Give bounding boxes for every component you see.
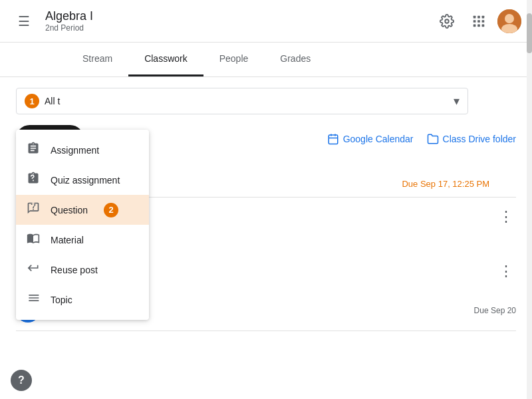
menu-item-assignment[interactable]: Assignment (16, 135, 149, 165)
svg-rect-7 (473, 24, 476, 27)
help-icon: ? (18, 374, 25, 386)
svg-rect-4 (473, 20, 476, 23)
reuse-menu-icon (27, 261, 40, 278)
avatar[interactable] (497, 9, 521, 33)
svg-point-11 (505, 14, 514, 23)
create-dropdown-menu: Assignment Quiz assignment Question 2 Ma… (16, 130, 149, 320)
menu-item-assignment-label: Assignment (51, 145, 99, 156)
google-calendar-link[interactable]: Google Calendar (327, 133, 414, 145)
menu-item-reuse-label: Reuse post (51, 265, 98, 275)
menu-item-question[interactable]: Question 2 (16, 195, 149, 225)
tabs-bar: Stream Classwork People Grades (0, 43, 532, 77)
tab-classwork[interactable]: Classwork (128, 43, 203, 76)
tab-stream[interactable]: Stream (66, 43, 128, 76)
svg-rect-13 (329, 135, 338, 144)
scrollbar-thumb[interactable] (527, 13, 532, 53)
svg-rect-6 (482, 20, 485, 23)
svg-rect-8 (477, 24, 480, 27)
apps-button[interactable] (466, 8, 492, 35)
app-header: ☰ Algebra I 2nd Period (0, 0, 532, 43)
header-right (434, 8, 521, 35)
menu-item-quiz-label: Quiz assignment (51, 175, 120, 186)
header-title-group: Algebra I 2nd Period (45, 9, 93, 33)
menu-item-topic[interactable]: Topic (16, 285, 149, 315)
header-left: ☰ Algebra I 2nd Period (11, 8, 93, 35)
svg-rect-5 (477, 20, 480, 23)
topic-menu-icon (27, 291, 40, 308)
folder-icon (427, 133, 439, 145)
homework-more-button[interactable]: ⋮ (496, 260, 516, 283)
page-title: Algebra I (45, 9, 93, 23)
svg-rect-3 (482, 15, 485, 18)
filter-badge: 1 (25, 94, 39, 108)
apps-icon (471, 14, 486, 29)
question-menu-icon (27, 201, 40, 218)
calendar-links: Google Calendar Class Drive folder (327, 133, 516, 145)
help-button[interactable]: ? (11, 370, 32, 391)
class-drive-folder-link[interactable]: Class Drive folder (427, 133, 516, 145)
google-calendar-label: Google Calendar (343, 134, 414, 144)
menu-item-question-label: Question (51, 205, 88, 215)
class-drive-folder-label: Class Drive folder (443, 134, 516, 144)
menu-item-reuse-post[interactable]: Reuse post (16, 255, 149, 285)
menu-item-quiz-assignment[interactable]: Quiz assignment (16, 165, 149, 195)
section-more-button[interactable]: ⋮ (496, 205, 516, 228)
assignment-menu-icon (27, 142, 40, 158)
menu-item-material[interactable]: Material (16, 225, 149, 255)
svg-rect-1 (473, 15, 476, 18)
svg-point-0 (445, 19, 449, 23)
tab-grades[interactable]: Grades (264, 43, 327, 76)
avatar-image (497, 9, 521, 33)
settings-button[interactable] (434, 8, 460, 35)
material-menu-icon (27, 231, 40, 248)
filter-row: 1 All t ▾ (16, 88, 516, 114)
menu-item-material-label: Material (51, 235, 84, 245)
menu-item-topic-label: Topic (51, 295, 72, 305)
hamburger-icon: ☰ (18, 13, 30, 29)
question-badge: 2 (104, 203, 118, 217)
svg-rect-2 (477, 15, 480, 18)
hamburger-menu-button[interactable]: ☰ (11, 8, 37, 35)
svg-rect-9 (482, 24, 485, 27)
scrollbar[interactable] (527, 0, 532, 399)
gear-icon (440, 14, 454, 29)
page-subtitle: 2nd Period (45, 23, 93, 33)
tab-people[interactable]: People (203, 43, 265, 76)
filter-text: All t (45, 96, 448, 106)
assignment-due-date: Due Sep 20 (474, 306, 516, 315)
quiz-menu-icon (27, 172, 40, 188)
calendar-icon (327, 133, 339, 145)
chevron-down-icon: ▾ (454, 94, 460, 108)
filter-dropdown[interactable]: 1 All t ▾ (16, 88, 468, 114)
